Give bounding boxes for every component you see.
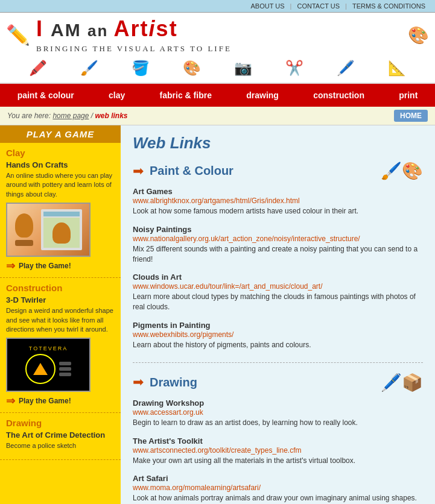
separator1: | <box>290 2 292 10</box>
construction-triangle <box>33 363 48 375</box>
sidebar-construction-section: Construction 3-D Twirler Design a weird … <box>0 278 121 413</box>
sidebar-drawing-section: Drawing The Art of Crime Detection Becom… <box>0 413 121 459</box>
nav-print[interactable]: print <box>390 86 426 105</box>
drawing-arrow-icon: ➡ <box>133 374 144 390</box>
construction-play-arrow-icon: ⇒ <box>6 394 15 408</box>
noisy-paintings-desc: Mix 25 different sounds with a painting … <box>133 244 423 265</box>
contact-us-link[interactable]: CONTACT US <box>297 2 340 10</box>
construction-play-button[interactable]: ⇒ Play the Game! <box>6 394 115 408</box>
artists-toolkit-title: The Artist's Toolkit <box>133 436 423 446</box>
cup-icon: 🪣 <box>132 60 150 77</box>
noisy-paintings-item: Noisy Paintings www.nationalgallery.org.… <box>133 225 423 265</box>
sidebar-construction-title: Construction <box>6 283 115 293</box>
nav-clay[interactable]: clay <box>100 86 133 105</box>
page-layout: PLAY A GAME Clay Hands On Crafts An onli… <box>0 125 435 504</box>
logo-i: I <box>36 16 51 41</box>
pigments-desc: Learn about the history of pigments, pai… <box>133 340 423 350</box>
drawing-workshop-url[interactable]: www.accessart.org.uk <box>133 408 423 417</box>
terms-link[interactable]: TERMS & CONDITIONS <box>352 2 425 10</box>
logo-an: an <box>87 22 114 40</box>
paint-section-title: Paint & Colour <box>150 164 233 178</box>
art-games-desc: Look at how some famous modern artists h… <box>133 206 423 216</box>
artists-toolkit-item: The Artist's Toolkit www.artsconnected.o… <box>133 436 423 466</box>
separator2: | <box>345 2 347 10</box>
sidebar-construction-game-desc: Design a weird and wonderful shape and s… <box>6 306 115 334</box>
breadcrumb-current: web links <box>95 112 127 120</box>
scissors-icon: ✂️ <box>285 60 303 77</box>
drawing-workshop-title: Drawing Workshop <box>133 398 423 408</box>
artists-toolkit-desc: Make your own art using all the material… <box>133 456 423 466</box>
main-content: Web Links ➡ Paint & Colour 🖌️🎨 Art Games… <box>121 125 435 504</box>
clay-play-arrow-icon: ⇒ <box>6 259 15 272</box>
pigments-item: Pigments in Painting www.webexhibits.org… <box>133 321 423 350</box>
drawing-section-header: ➡ Drawing 🖊️📦 <box>133 373 423 392</box>
art-safari-title: Art Safari <box>133 474 423 483</box>
logo-area: ✏️ I AM an Artist Bringing the Visual Ar… <box>6 16 232 54</box>
palette-icon: 🎨 <box>183 60 201 77</box>
crayon-icon: 🖍️ <box>29 60 47 77</box>
logo-am: AM <box>51 20 87 40</box>
construction-label: TOTEVERA <box>29 345 68 351</box>
drawing-tools-icon: 🖊️📦 <box>381 373 423 392</box>
art-games-title: Art Games <box>133 187 423 196</box>
drawing-workshop-desc: Begin to learn to draw as an artist does… <box>133 418 423 428</box>
construction-game-screenshot: TOTEVERA <box>6 338 90 392</box>
clouds-in-art-url[interactable]: www.windows.ucar.edu/tour/link=/art_and_… <box>133 282 423 291</box>
art-safari-url[interactable]: www.moma.org/momalearning/artsafari/ <box>133 484 423 492</box>
breadcrumb-prefix: You are here: <box>7 112 51 120</box>
top-navigation: ABOUT US | CONTACT US | TERMS & CONDITIO… <box>0 0 435 13</box>
sidebar-clay-game-title: Hands On Crafts <box>6 160 115 169</box>
tagline: Bringing the Visual Arts to Life <box>36 44 232 54</box>
clouds-in-art-item: Clouds in Art www.windows.ucar.edu/tour/… <box>133 272 423 312</box>
paint-tubes-icon: 🖌️🎨 <box>381 161 423 181</box>
paint-arrow-icon: ➡ <box>133 163 144 179</box>
nav-fabric[interactable]: fabric & fibre <box>151 86 220 105</box>
clay-play-button[interactable]: ⇒ Play the Game! <box>6 259 115 272</box>
sidebar-construction-game-title: 3-D Twirler <box>6 295 115 304</box>
construction-play-label: Play the Game! <box>19 397 71 405</box>
breadcrumb: You are here: home page / web links <box>7 112 128 120</box>
tubes-icon: 🖌️ <box>80 60 98 77</box>
noisy-paintings-url[interactable]: www.nationalgallery.org.uk/art_action_zo… <box>133 235 423 243</box>
header-right: 🎨 <box>408 25 429 45</box>
pencil-icon: ✏️ <box>6 24 30 46</box>
nav-paint[interactable]: paint & colour <box>9 86 83 105</box>
art-games-item: Art Games www.albrightknox.org/artgames/… <box>133 187 423 216</box>
pigments-url[interactable]: www.webexhibits.org/pigments/ <box>133 330 423 339</box>
logo: I AM an Artist <box>36 16 232 42</box>
construction-controls <box>59 362 71 376</box>
sidebar-drawing-game-title: The Art of Crime Detection <box>6 430 115 439</box>
stamp-icon: 🖊️ <box>337 60 355 77</box>
nav-drawing[interactable]: drawing <box>238 86 287 105</box>
site-header: ✏️ I AM an Artist Bringing the Visual Ar… <box>0 13 435 54</box>
logo-artist: Artist <box>114 16 178 41</box>
sidebar-drawing-title: Drawing <box>6 418 115 428</box>
sidebar-drawing-game-desc: Become a police sketch <box>6 441 115 450</box>
art-games-url[interactable]: www.albrightknox.org/artgames/html/Gris/… <box>133 197 423 205</box>
drawing-section-title: Drawing <box>150 376 197 389</box>
artists-toolkit-url[interactable]: www.artsconnected.org/toolkit/create_typ… <box>133 446 423 455</box>
clouds-in-art-title: Clouds in Art <box>133 272 423 282</box>
clay-game-screenshot <box>6 203 90 257</box>
pigments-title: Pigments in Painting <box>133 321 423 330</box>
art-safari-item: Art Safari www.moma.org/momalearning/art… <box>133 474 423 503</box>
sidebar: PLAY A GAME Clay Hands On Crafts An onli… <box>0 125 121 504</box>
sidebar-clay-title: Clay <box>6 148 115 158</box>
drawing-workshop-item: Drawing Workshop www.accessart.org.uk Be… <box>133 398 423 428</box>
about-us-link[interactable]: ABOUT US <box>250 2 284 10</box>
construction-circle <box>25 354 56 384</box>
breadcrumb-bar: You are here: home page / web links HOME <box>0 107 435 125</box>
camera-icon: 📷 <box>234 60 252 77</box>
clay-play-label: Play the Game! <box>19 262 71 270</box>
page-title: Web Links <box>133 134 423 153</box>
main-navigation: paint & colour clay fabric & fibre drawi… <box>0 84 435 107</box>
nav-construction[interactable]: construction <box>305 86 373 105</box>
sidebar-clay-section: Clay Hands On Crafts An online studio wh… <box>0 143 121 278</box>
paint-colour-section: ➡ Paint & Colour 🖌️🎨 Art Games www.albri… <box>133 161 423 350</box>
home-button[interactable]: HOME <box>394 110 428 122</box>
construction-inner: TOTEVERA <box>7 339 89 391</box>
play-game-header: PLAY A GAME <box>0 125 121 143</box>
paint-section-header: ➡ Paint & Colour 🖌️🎨 <box>133 161 423 181</box>
breadcrumb-home-link[interactable]: home page <box>52 112 89 120</box>
ruler-icon: 📐 <box>388 60 406 77</box>
